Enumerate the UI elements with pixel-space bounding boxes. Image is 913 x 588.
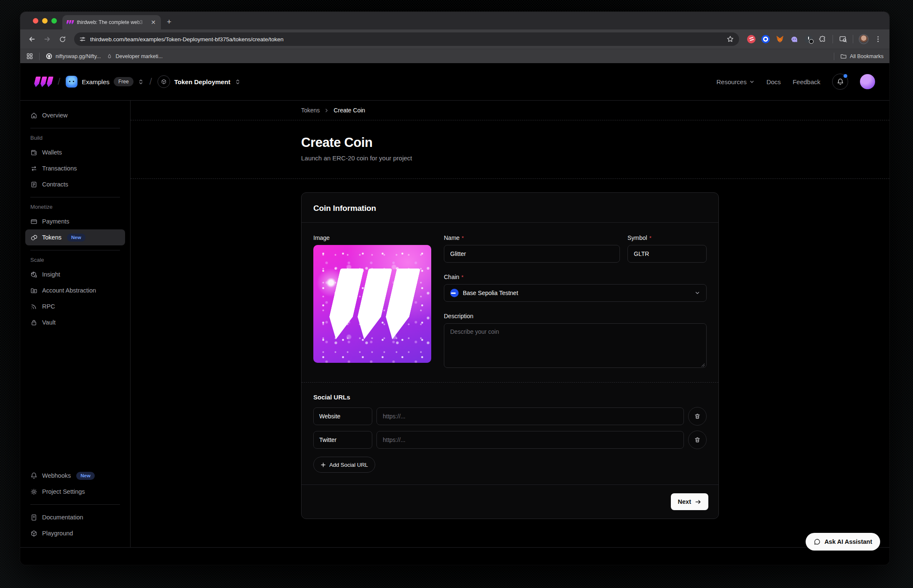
- sidebar-item-wallets[interactable]: Wallets: [25, 144, 125, 160]
- browser-toolbar: thirdweb.com/team/examples/Token-Deploym…: [20, 29, 889, 49]
- page-header: Create Coin Launch an ERC-20 coin for yo…: [131, 120, 889, 179]
- new-tab-button[interactable]: +: [167, 17, 171, 27]
- social-url-input[interactable]: [376, 431, 684, 449]
- name-input[interactable]: [444, 245, 620, 263]
- feedback-link[interactable]: Feedback: [793, 78, 820, 85]
- tab-strip: thirdweb: The complete web3 ✕ +: [20, 12, 889, 29]
- folder-box-icon: [30, 287, 37, 294]
- notifications-button[interactable]: [832, 74, 848, 90]
- chain-label: Chain: [444, 274, 459, 280]
- sidebar-item-payments[interactable]: Payments: [25, 213, 125, 229]
- breadcrumb-tokens-link[interactable]: Tokens: [301, 107, 320, 114]
- required-asterisk: *: [462, 235, 464, 241]
- chain-select[interactable]: Base Sepolia Testnet: [444, 284, 707, 302]
- browser-window: thirdweb: The complete web3 ✕ + thirdweb…: [20, 12, 889, 565]
- sidebar-item-documentation[interactable]: Documentation: [25, 509, 125, 525]
- sidebar-item-contracts[interactable]: Contracts: [25, 176, 125, 192]
- forward-button[interactable]: [40, 32, 54, 46]
- lock-icon: [30, 319, 37, 326]
- close-window-button[interactable]: [33, 18, 38, 24]
- sidebar-item-label: Contracts: [42, 181, 68, 188]
- browser-tab[interactable]: thirdweb: The complete web3 ✕: [62, 15, 161, 29]
- sidebar-item-rpc[interactable]: RPC: [25, 298, 125, 314]
- resources-menu[interactable]: Resources: [716, 78, 755, 85]
- extensions-puzzle-icon[interactable]: [818, 35, 827, 44]
- chevron-down-icon: [749, 79, 755, 85]
- apps-grid-icon[interactable]: [26, 53, 33, 60]
- description-field: Description: [444, 313, 707, 370]
- bookmark-star-icon[interactable]: [726, 35, 734, 43]
- bookmark-item[interactable]: niftyswap.gg/Nifty...: [45, 53, 101, 60]
- sidebar-item-account-abstraction[interactable]: Account Abstraction: [25, 282, 125, 298]
- social-platform-select[interactable]: Website: [313, 407, 372, 425]
- breadcrumb-current: Create Coin: [334, 107, 365, 114]
- ask-ai-assistant-button[interactable]: Ask AI Assistant: [806, 533, 880, 551]
- sidebar-item-transactions[interactable]: Transactions: [25, 160, 125, 176]
- sidebar-item-project-settings[interactable]: Project Settings: [25, 484, 125, 500]
- reload-icon: [59, 36, 66, 43]
- sidebar-item-overview[interactable]: Overview: [25, 107, 125, 123]
- thirdweb-logo-icon[interactable]: [35, 77, 52, 87]
- symbol-label: Symbol: [627, 234, 647, 241]
- docs-link[interactable]: Docs: [766, 78, 781, 85]
- bookmark-item[interactable]: Developer marketi...: [107, 53, 163, 59]
- project-switcher[interactable]: Token Deployment: [158, 75, 241, 88]
- extension-metamask-icon[interactable]: [775, 35, 784, 44]
- account-avatar[interactable]: [860, 74, 875, 89]
- back-arrow-icon: [28, 35, 36, 43]
- sidebar-item-tokens[interactable]: Tokens New: [25, 229, 125, 245]
- tab-search-icon[interactable]: [838, 35, 847, 44]
- plus-icon: [320, 462, 326, 468]
- extensions-row: [744, 34, 884, 44]
- team-switcher[interactable]: Examples Free: [66, 76, 144, 88]
- tab-favicon-thirdweb-icon: [67, 20, 74, 24]
- sidebar-item-insight[interactable]: Insight: [25, 266, 125, 282]
- sidebar-item-label: Payments: [42, 218, 69, 225]
- extension-coinbase-icon[interactable]: [761, 35, 770, 44]
- minimize-window-button[interactable]: [42, 18, 48, 24]
- social-url-input[interactable]: [376, 407, 684, 425]
- symbol-input[interactable]: [627, 245, 707, 263]
- zoom-window-button[interactable]: [51, 18, 57, 24]
- webhooks-new-badge: New: [76, 472, 95, 480]
- reload-button[interactable]: [56, 32, 69, 46]
- name-label: Name: [444, 234, 459, 241]
- all-bookmarks-button[interactable]: All Bookmarks: [840, 53, 884, 60]
- extension-phantom-icon[interactable]: [790, 35, 798, 44]
- url-bar[interactable]: thirdweb.com/team/examples/Token-Deploym…: [74, 32, 739, 46]
- coin-image-upload[interactable]: [313, 245, 431, 363]
- extension-red-icon[interactable]: [747, 35, 755, 44]
- add-social-url-button[interactable]: Add Social URL: [313, 457, 375, 473]
- sidebar-item-webhooks[interactable]: Webhooks New: [25, 468, 125, 484]
- back-button[interactable]: [25, 32, 39, 46]
- sidebar-item-vault[interactable]: Vault: [25, 314, 125, 330]
- remove-social-url-button[interactable]: [688, 431, 707, 449]
- folder-icon: [840, 53, 847, 60]
- notification-dot: [844, 74, 847, 78]
- credit-card-icon: [30, 218, 37, 225]
- chrome-menu-icon[interactable]: [874, 35, 882, 43]
- page-subtitle: Launch an ERC-20 coin for your project: [301, 154, 719, 162]
- arrows-left-right-icon: [30, 165, 37, 172]
- extension-clock-icon[interactable]: [804, 35, 813, 44]
- social-platform-select[interactable]: Twitter: [313, 431, 372, 449]
- image-field: Image: [313, 234, 431, 370]
- thirdweb-logo-watermark-icon: [313, 245, 431, 363]
- remove-social-url-button[interactable]: [688, 407, 707, 426]
- tokens-new-badge: New: [67, 234, 85, 242]
- cube-search-icon: [30, 271, 37, 278]
- chrome-profile-avatar[interactable]: [859, 34, 869, 44]
- sidebar-item-playground[interactable]: Playground: [25, 525, 125, 541]
- resize-grip-icon[interactable]: [701, 363, 705, 367]
- base-chain-icon: [450, 289, 459, 297]
- next-button[interactable]: Next: [671, 493, 708, 510]
- description-textarea[interactable]: [444, 323, 707, 368]
- tab-close-icon[interactable]: ✕: [150, 19, 157, 26]
- forward-arrow-icon: [43, 35, 51, 43]
- docs-label: Docs: [766, 78, 781, 85]
- chevron-right-icon: [324, 108, 329, 113]
- sidebar-section-build: Build: [25, 133, 125, 144]
- breadcrumb: Tokens Create Coin: [301, 107, 719, 114]
- sidebar-item-label: Tokens: [42, 234, 61, 241]
- add-social-url-label: Add Social URL: [329, 462, 368, 468]
